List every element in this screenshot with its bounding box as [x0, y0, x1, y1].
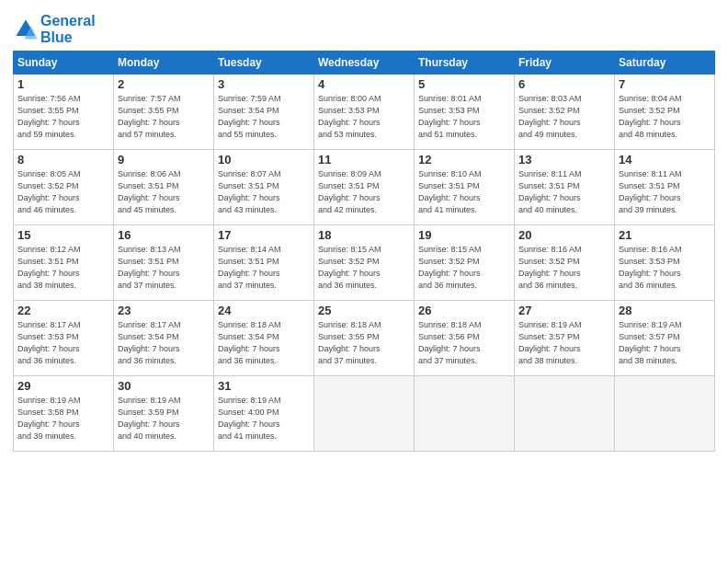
- logo: General Blue: [13, 13, 96, 45]
- day-detail: Sunrise: 8:12 AMSunset: 3:51 PMDaylight:…: [17, 244, 109, 292]
- day-number: 20: [518, 228, 610, 242]
- day-detail: Sunrise: 8:10 AMSunset: 3:51 PMDaylight:…: [418, 168, 510, 216]
- calendar-day-cell: 8Sunrise: 8:05 AMSunset: 3:52 PMDaylight…: [14, 150, 114, 225]
- calendar-day-cell: 4Sunrise: 8:00 AMSunset: 3:53 PMDaylight…: [314, 75, 415, 150]
- calendar-day-cell: 9Sunrise: 8:06 AMSunset: 3:51 PMDaylight…: [114, 150, 214, 225]
- calendar-day-cell: 20Sunrise: 8:16 AMSunset: 3:52 PMDayligh…: [515, 225, 615, 301]
- day-detail: Sunrise: 7:59 AMSunset: 3:54 PMDaylight:…: [218, 93, 310, 141]
- calendar-header-monday: Monday: [114, 52, 214, 75]
- page-container: General Blue SundayMondayTuesdayWednesda…: [0, 0, 728, 459]
- day-number: 21: [619, 228, 711, 242]
- day-detail: Sunrise: 8:11 AMSunset: 3:51 PMDaylight:…: [619, 168, 711, 216]
- day-number: 2: [118, 77, 210, 91]
- calendar-day-cell: 10Sunrise: 8:07 AMSunset: 3:51 PMDayligh…: [214, 150, 314, 225]
- day-number: 27: [518, 304, 610, 317]
- day-detail: Sunrise: 8:19 AMSunset: 3:57 PMDaylight:…: [518, 319, 610, 367]
- day-number: 15: [17, 228, 109, 242]
- day-detail: Sunrise: 8:06 AMSunset: 3:51 PMDaylight:…: [118, 168, 210, 216]
- calendar-week-row: 15Sunrise: 8:12 AMSunset: 3:51 PMDayligh…: [14, 225, 715, 301]
- day-number: 10: [218, 153, 310, 167]
- day-detail: Sunrise: 8:15 AMSunset: 3:52 PMDaylight:…: [418, 244, 510, 292]
- logo-text: General Blue: [40, 13, 96, 45]
- day-detail: Sunrise: 8:19 AMSunset: 4:00 PMDaylight:…: [218, 395, 310, 442]
- day-number: 29: [17, 379, 109, 393]
- day-detail: Sunrise: 8:16 AMSunset: 3:53 PMDaylight:…: [619, 244, 711, 292]
- day-detail: Sunrise: 8:16 AMSunset: 3:52 PMDaylight:…: [518, 244, 610, 292]
- calendar-header-saturday: Saturday: [615, 52, 715, 75]
- day-number: 28: [619, 304, 711, 317]
- calendar-week-row: 22Sunrise: 8:17 AMSunset: 3:53 PMDayligh…: [14, 301, 715, 376]
- calendar-day-cell: 12Sunrise: 8:10 AMSunset: 3:51 PMDayligh…: [415, 150, 515, 225]
- empty-cell: [615, 376, 715, 452]
- day-number: 13: [518, 153, 610, 167]
- calendar-header-thursday: Thursday: [415, 52, 515, 75]
- day-detail: Sunrise: 8:07 AMSunset: 3:51 PMDaylight:…: [218, 168, 310, 216]
- day-number: 9: [118, 153, 210, 167]
- header: General Blue: [13, 9, 715, 45]
- calendar-day-cell: 18Sunrise: 8:15 AMSunset: 3:52 PMDayligh…: [314, 225, 415, 301]
- day-number: 30: [118, 379, 210, 393]
- day-number: 4: [318, 77, 410, 91]
- calendar-header-tuesday: Tuesday: [214, 52, 314, 75]
- calendar-day-cell: 15Sunrise: 8:12 AMSunset: 3:51 PMDayligh…: [14, 225, 114, 301]
- day-detail: Sunrise: 8:04 AMSunset: 3:52 PMDaylight:…: [619, 93, 711, 141]
- calendar-day-cell: 17Sunrise: 8:14 AMSunset: 3:51 PMDayligh…: [214, 225, 314, 301]
- day-detail: Sunrise: 8:17 AMSunset: 3:54 PMDaylight:…: [118, 319, 210, 367]
- calendar-header-sunday: Sunday: [14, 52, 114, 75]
- calendar-day-cell: 16Sunrise: 8:13 AMSunset: 3:51 PMDayligh…: [114, 225, 214, 301]
- day-number: 18: [318, 228, 410, 242]
- day-number: 19: [418, 228, 510, 242]
- day-detail: Sunrise: 8:18 AMSunset: 3:54 PMDaylight:…: [218, 319, 310, 367]
- day-detail: Sunrise: 8:14 AMSunset: 3:51 PMDaylight:…: [218, 244, 310, 292]
- calendar-day-cell: 21Sunrise: 8:16 AMSunset: 3:53 PMDayligh…: [615, 225, 715, 301]
- calendar-week-row: 1Sunrise: 7:56 AMSunset: 3:55 PMDaylight…: [14, 75, 715, 150]
- day-detail: Sunrise: 8:17 AMSunset: 3:53 PMDaylight:…: [17, 319, 109, 367]
- empty-cell: [314, 376, 415, 452]
- calendar-day-cell: 7Sunrise: 8:04 AMSunset: 3:52 PMDaylight…: [615, 75, 715, 150]
- day-number: 11: [318, 153, 410, 167]
- day-number: 26: [418, 304, 510, 317]
- day-number: 14: [619, 153, 711, 167]
- calendar-header-friday: Friday: [515, 52, 615, 75]
- day-number: 23: [118, 304, 210, 317]
- day-number: 17: [218, 228, 310, 242]
- calendar-day-cell: 1Sunrise: 7:56 AMSunset: 3:55 PMDaylight…: [14, 75, 114, 150]
- calendar-day-cell: 6Sunrise: 8:03 AMSunset: 3:52 PMDaylight…: [515, 75, 615, 150]
- calendar-day-cell: 14Sunrise: 8:11 AMSunset: 3:51 PMDayligh…: [615, 150, 715, 225]
- day-number: 31: [218, 379, 310, 393]
- day-detail: Sunrise: 8:18 AMSunset: 3:56 PMDaylight:…: [418, 319, 510, 367]
- calendar-day-cell: 31Sunrise: 8:19 AMSunset: 4:00 PMDayligh…: [214, 376, 314, 452]
- calendar-day-cell: 30Sunrise: 8:19 AMSunset: 3:59 PMDayligh…: [114, 376, 214, 452]
- day-detail: Sunrise: 8:01 AMSunset: 3:53 PMDaylight:…: [418, 93, 510, 141]
- day-number: 16: [118, 228, 210, 242]
- empty-cell: [515, 376, 615, 452]
- calendar-header-row: SundayMondayTuesdayWednesdayThursdayFrid…: [14, 52, 715, 75]
- day-detail: Sunrise: 8:05 AMSunset: 3:52 PMDaylight:…: [17, 168, 109, 216]
- day-number: 1: [17, 77, 109, 91]
- calendar-day-cell: 29Sunrise: 8:19 AMSunset: 3:58 PMDayligh…: [14, 376, 114, 452]
- general-blue-logo-icon: [13, 17, 39, 42]
- day-number: 3: [218, 77, 310, 91]
- day-detail: Sunrise: 8:03 AMSunset: 3:52 PMDaylight:…: [518, 93, 610, 141]
- calendar-day-cell: 25Sunrise: 8:18 AMSunset: 3:55 PMDayligh…: [314, 301, 415, 376]
- calendar-day-cell: 2Sunrise: 7:57 AMSunset: 3:55 PMDaylight…: [114, 75, 214, 150]
- day-number: 25: [318, 304, 410, 317]
- calendar-table: SundayMondayTuesdayWednesdayThursdayFrid…: [13, 51, 715, 452]
- calendar-week-row: 29Sunrise: 8:19 AMSunset: 3:58 PMDayligh…: [14, 376, 715, 452]
- calendar-day-cell: 26Sunrise: 8:18 AMSunset: 3:56 PMDayligh…: [415, 301, 515, 376]
- calendar-day-cell: 23Sunrise: 8:17 AMSunset: 3:54 PMDayligh…: [114, 301, 214, 376]
- day-detail: Sunrise: 8:11 AMSunset: 3:51 PMDaylight:…: [518, 168, 610, 216]
- calendar-day-cell: 24Sunrise: 8:18 AMSunset: 3:54 PMDayligh…: [214, 301, 314, 376]
- day-detail: Sunrise: 7:57 AMSunset: 3:55 PMDaylight:…: [118, 93, 210, 141]
- day-number: 5: [418, 77, 510, 91]
- calendar-day-cell: 11Sunrise: 8:09 AMSunset: 3:51 PMDayligh…: [314, 150, 415, 225]
- day-detail: Sunrise: 8:18 AMSunset: 3:55 PMDaylight:…: [318, 319, 410, 367]
- day-number: 7: [619, 77, 711, 91]
- day-detail: Sunrise: 8:19 AMSunset: 3:57 PMDaylight:…: [619, 319, 711, 367]
- calendar-day-cell: 19Sunrise: 8:15 AMSunset: 3:52 PMDayligh…: [415, 225, 515, 301]
- calendar-day-cell: 13Sunrise: 8:11 AMSunset: 3:51 PMDayligh…: [515, 150, 615, 225]
- calendar-day-cell: 3Sunrise: 7:59 AMSunset: 3:54 PMDaylight…: [214, 75, 314, 150]
- empty-cell: [415, 376, 515, 452]
- day-number: 8: [17, 153, 109, 167]
- calendar-header-wednesday: Wednesday: [314, 52, 415, 75]
